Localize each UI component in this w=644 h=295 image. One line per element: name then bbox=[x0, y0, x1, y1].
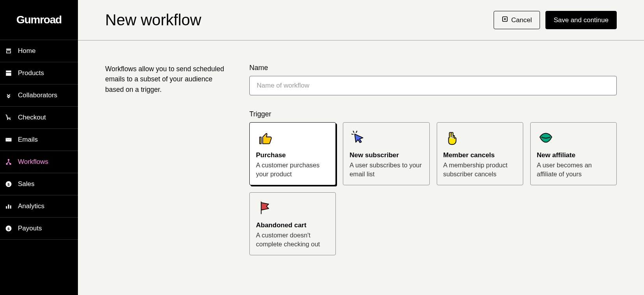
checkout-icon bbox=[5, 114, 12, 121]
sidebar-item-collaborators[interactable]: Collaborators bbox=[0, 84, 78, 107]
sidebar-item-label: Collaborators bbox=[18, 91, 57, 99]
form-area: Name Trigger Purchase A customer purchas… bbox=[249, 64, 617, 255]
sidebar-item-label: Workflows bbox=[18, 158, 48, 166]
content: Workflows allow you to send scheduled em… bbox=[78, 40, 644, 279]
trigger-title: Member cancels bbox=[443, 151, 517, 159]
cursor-click-icon bbox=[349, 129, 367, 147]
workflows-icon bbox=[5, 158, 12, 166]
save-button[interactable]: Save and continue bbox=[545, 11, 617, 29]
sidebar-item-label: Payouts bbox=[18, 225, 42, 232]
trigger-desc: A membership product subscriber cancels bbox=[443, 161, 517, 179]
sidebar-item-checkout[interactable]: Checkout bbox=[0, 107, 78, 129]
sidebar-item-label: Analytics bbox=[18, 202, 44, 210]
emails-icon bbox=[5, 136, 12, 144]
sidebar-item-label: Products bbox=[18, 69, 44, 77]
logo-text: Gumroad bbox=[16, 14, 62, 26]
sidebar-item-payouts[interactable]: $ Payouts bbox=[0, 218, 78, 240]
header-actions: Cancel Save and continue bbox=[494, 11, 617, 29]
trigger-card-new-subscriber[interactable]: New subscriber A user subscribes to your… bbox=[343, 122, 429, 185]
sidebar-item-analytics[interactable]: Analytics bbox=[0, 195, 78, 218]
sidebar-item-label: Home bbox=[18, 47, 35, 55]
lips-icon bbox=[537, 129, 555, 147]
name-input[interactable] bbox=[249, 76, 617, 95]
cancel-icon bbox=[502, 16, 508, 24]
trigger-desc: A user becomes an affiliate of yours bbox=[537, 161, 610, 179]
svg-text:$: $ bbox=[7, 182, 10, 186]
trigger-desc: A user subscribes to your email list bbox=[349, 161, 423, 179]
svg-rect-5 bbox=[6, 206, 7, 209]
cancel-label: Cancel bbox=[511, 16, 532, 24]
cancel-button[interactable]: Cancel bbox=[494, 11, 540, 29]
products-icon bbox=[5, 69, 12, 77]
trigger-card-purchase[interactable]: Purchase A customer purchases your produ… bbox=[249, 122, 336, 185]
sidebar-item-label: Sales bbox=[18, 180, 35, 188]
description-text: Workflows allow you to send scheduled em… bbox=[105, 64, 226, 255]
sidebar: Gumroad Home Products Collaborators Chec… bbox=[0, 0, 78, 295]
trigger-card-new-affiliate[interactable]: New affiliate A user becomes an affiliat… bbox=[530, 122, 617, 185]
svg-rect-6 bbox=[8, 205, 9, 209]
sidebar-item-label: Emails bbox=[18, 136, 38, 144]
trigger-section: Trigger Purchase A customer purchases yo… bbox=[249, 110, 617, 255]
sidebar-item-emails[interactable]: Emails bbox=[0, 129, 78, 151]
sidebar-item-label: Checkout bbox=[18, 114, 46, 121]
sidebar-item-products[interactable]: Products bbox=[0, 62, 78, 84]
trigger-card-member-cancels[interactable]: Member cancels A membership product subs… bbox=[437, 122, 523, 185]
page-title: New workflow bbox=[105, 11, 201, 29]
trigger-card-abandoned-cart[interactable]: Abandoned cart A customer doesn't comple… bbox=[249, 192, 336, 255]
flag-icon bbox=[256, 199, 274, 217]
svg-text:$: $ bbox=[7, 227, 10, 231]
payouts-icon: $ bbox=[5, 225, 12, 232]
peace-hand-icon bbox=[443, 129, 461, 147]
header: New workflow Cancel Save and continue bbox=[78, 0, 644, 40]
save-label: Save and continue bbox=[554, 16, 609, 24]
home-icon bbox=[5, 47, 12, 55]
main: New workflow Cancel Save and continue Wo… bbox=[78, 0, 644, 295]
sidebar-item-home[interactable]: Home bbox=[0, 40, 78, 62]
analytics-icon bbox=[5, 202, 12, 210]
svg-point-0 bbox=[8, 159, 10, 161]
trigger-title: Purchase bbox=[256, 151, 329, 159]
name-label: Name bbox=[249, 64, 617, 72]
trigger-grid: Purchase A customer purchases your produ… bbox=[249, 122, 617, 255]
sales-icon: $ bbox=[5, 180, 12, 188]
sidebar-item-workflows[interactable]: Workflows bbox=[0, 151, 78, 173]
trigger-title: Abandoned cart bbox=[256, 221, 329, 229]
trigger-desc: A customer doesn't complete checking out bbox=[256, 231, 329, 249]
svg-rect-7 bbox=[10, 205, 11, 209]
trigger-desc: A customer purchases your product bbox=[256, 161, 329, 179]
trigger-title: New subscriber bbox=[349, 151, 423, 159]
sidebar-item-sales[interactable]: $ Sales bbox=[0, 173, 78, 195]
collaborators-icon bbox=[5, 91, 12, 99]
thumbs-up-icon bbox=[256, 129, 274, 147]
trigger-label: Trigger bbox=[249, 110, 617, 118]
trigger-title: New affiliate bbox=[537, 151, 610, 159]
nav-list: Home Products Collaborators Checkout Ema… bbox=[0, 40, 78, 240]
logo[interactable]: Gumroad bbox=[0, 0, 78, 40]
